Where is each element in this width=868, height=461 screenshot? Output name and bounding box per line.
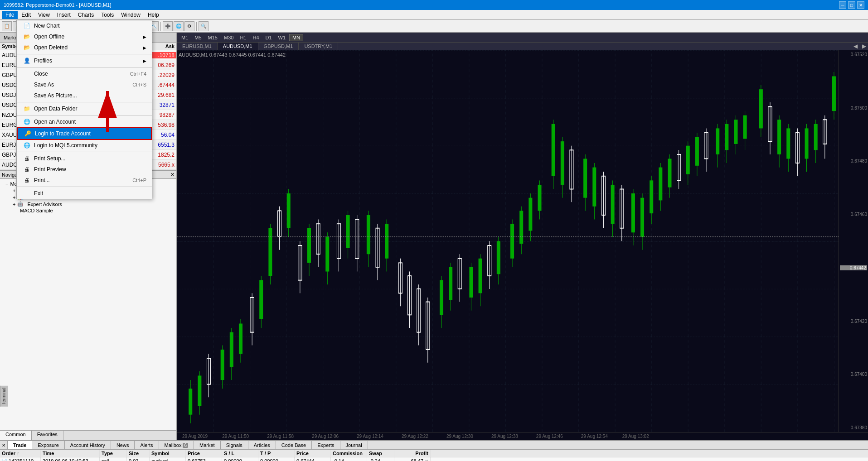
svg-rect-20 xyxy=(268,228,272,276)
menu-item-print-setup[interactable]: 🖨 Print Setup... xyxy=(17,153,152,164)
table-row[interactable]: 📄 142351110 2019.06.06 10:40:53 sell 0.0… xyxy=(0,457,868,461)
time-axis: 29 Aug 2019 29 Aug 11:50 29 Aug 11:58 29… xyxy=(177,432,868,440)
menu-item-save-as[interactable]: Save As Ctrl+S xyxy=(17,79,152,90)
menu-separator xyxy=(17,115,152,115)
bottom-tab-articles[interactable]: Articles xyxy=(248,441,276,449)
nav-item-expert-advisors[interactable]: + 🤖 Expert Advisors xyxy=(2,201,175,207)
maximize-button[interactable]: □ xyxy=(848,1,855,9)
chart-tab-audusd[interactable]: AUDUSD,M1 xyxy=(218,43,258,50)
svg-rect-124 xyxy=(786,128,790,158)
chart-tab-usdtry[interactable]: USDTRY,M1 xyxy=(299,43,338,50)
price-scale: 0.67520 0.67500 0.67480 0.67460 0.67442 … xyxy=(839,50,868,432)
bottom-section: ✕ Trade Exposure Account History News Al… xyxy=(0,440,868,461)
svg-rect-74 xyxy=(538,185,541,211)
chart-svg xyxy=(177,50,839,432)
tf-m1[interactable]: M1 xyxy=(179,34,191,41)
menu-item-label: Open Deleted xyxy=(34,44,68,51)
bottom-tab-exposure[interactable]: Exposure xyxy=(32,441,64,449)
menu-item-open-deleted[interactable]: 📂 Open Deleted ▶ xyxy=(17,42,152,53)
nav-expand-icon: + xyxy=(13,195,15,200)
tf-d1[interactable]: D1 xyxy=(263,34,275,41)
bottom-tab-account-history[interactable]: Account History xyxy=(65,441,111,449)
svg-rect-76 xyxy=(552,124,555,176)
navigator-panel: Navigator ✕ − MetaTrader + 🔑 Accounts + … xyxy=(0,170,176,430)
chart-tab-gbpusd[interactable]: GBPUSD,M1 xyxy=(258,43,299,50)
col-sl: S / L xyxy=(222,450,258,457)
col-type: Type xyxy=(100,450,127,457)
toolbar-btn11[interactable]: ⚙ xyxy=(184,21,194,31)
file-menu: 📄 New Chart 📂 Open Offline ▶ 📂 Open Dele… xyxy=(16,20,152,199)
svg-rect-78 xyxy=(561,141,564,185)
toolbar-search[interactable]: 🔍 xyxy=(199,21,209,31)
price-label-4: 0.67460 xyxy=(840,212,867,217)
tf-h1[interactable]: H1 xyxy=(237,34,249,41)
toolbar-new-order[interactable]: 📋 xyxy=(2,21,12,31)
menu-separator xyxy=(17,54,152,54)
toolbar-btn10[interactable]: 🌐 xyxy=(174,21,184,31)
menu-item-save-as-picture[interactable]: Save As Picture... xyxy=(17,90,152,101)
open-offline-icon: 📂 xyxy=(22,34,31,40)
terminal-close-icon[interactable]: ✕ xyxy=(0,441,8,449)
menu-view[interactable]: View xyxy=(34,11,53,19)
menu-edit[interactable]: Edit xyxy=(18,11,34,19)
menu-item-print-preview[interactable]: 🖨 Print Preview xyxy=(17,164,152,175)
menu-separator xyxy=(17,152,152,152)
svg-rect-36 xyxy=(346,215,350,248)
bottom-tab-experts[interactable]: Experts xyxy=(312,441,340,449)
toolbar-btn9[interactable]: ➕ xyxy=(163,21,173,31)
menu-item-login-trade[interactable]: 🔑 Login to Trade Account xyxy=(17,127,152,140)
tf-h4[interactable]: H4 xyxy=(250,34,262,41)
svg-rect-10 xyxy=(221,350,224,380)
menu-item-open-offline[interactable]: 📂 Open Offline ▶ xyxy=(17,31,152,42)
menu-file[interactable]: File xyxy=(2,11,18,19)
menu-item-login-mql5[interactable]: 🌐 Login to MQL5.community xyxy=(17,140,152,151)
menu-item-open-data-folder[interactable]: 📁 Open Data Folder xyxy=(17,103,152,114)
panel-bottom-tabs: Common Favorites xyxy=(0,430,176,440)
tf-mn[interactable]: MN xyxy=(289,34,303,41)
cell-symbol: audusd xyxy=(150,457,186,461)
menu-item-open-account[interactable]: 🌐 Open an Account xyxy=(17,116,152,127)
bottom-tab-codebase[interactable]: Code Base xyxy=(276,441,312,449)
menu-item-profiles[interactable]: 👤 Profiles ▶ xyxy=(17,55,152,66)
menu-charts[interactable]: Charts xyxy=(74,11,97,19)
menu-insert[interactable]: Insert xyxy=(53,11,74,19)
svg-rect-134 xyxy=(832,76,836,111)
close-button[interactable]: ✕ xyxy=(857,1,864,9)
panel-tab-favorites[interactable]: Favorites xyxy=(32,431,63,440)
bottom-tab-alerts[interactable]: Alerts xyxy=(135,441,159,449)
tf-m5[interactable]: M5 xyxy=(192,34,204,41)
bottom-tab-mailbox[interactable]: Mailbox 6 xyxy=(159,441,194,449)
chart-canvas: AUDUSD,M1 0.67443 0.67445 0.67441 0.6744… xyxy=(177,50,868,432)
menu-item-close[interactable]: Close Ctrl+F4 xyxy=(17,68,152,79)
cell-cprice: 0.67444 xyxy=(295,457,331,461)
price-label-1: 0.67520 xyxy=(840,52,867,57)
chart-tab-prev[interactable]: ◀ xyxy=(852,43,859,49)
nav-expand-icon: − xyxy=(5,181,8,187)
tf-m15[interactable]: M15 xyxy=(205,34,220,41)
menu-item-print[interactable]: 🖨 Print... Ctrl+P xyxy=(17,175,152,186)
bottom-tab-signals[interactable]: Signals xyxy=(221,441,248,449)
bottom-tab-market[interactable]: Market xyxy=(194,441,221,449)
minimize-button[interactable]: ─ xyxy=(839,1,846,9)
navigator-close-icon[interactable]: ✕ xyxy=(170,172,175,178)
cell-commission: -0.14 xyxy=(331,457,367,461)
menu-item-exit[interactable]: Exit xyxy=(17,188,152,199)
chart-tab-eurusd[interactable]: EURUSD,M1 xyxy=(177,43,218,50)
panel-tab-common[interactable]: Common xyxy=(0,431,32,440)
nav-item-macd-sample[interactable]: MACD Sample xyxy=(2,207,175,214)
tf-w1[interactable]: W1 xyxy=(276,34,289,41)
svg-rect-110 xyxy=(716,128,719,154)
menu-window[interactable]: Window xyxy=(117,11,144,19)
bottom-tab-news[interactable]: News xyxy=(111,441,135,449)
svg-rect-104 xyxy=(686,146,690,174)
window-controls: ─ □ ✕ xyxy=(839,1,864,9)
menu-tools[interactable]: Tools xyxy=(97,11,117,19)
bottom-tab-trade[interactable]: Trade xyxy=(8,441,32,449)
price-label-3: 0.67480 xyxy=(840,158,867,163)
bottom-tab-journal[interactable]: Journal xyxy=(340,441,368,449)
tf-m30[interactable]: M30 xyxy=(221,34,236,41)
chart-tab-next[interactable]: ▶ xyxy=(860,43,868,49)
menu-item-new-chart[interactable]: 📄 New Chart xyxy=(17,20,152,31)
price-label-2: 0.67500 xyxy=(840,106,867,110)
menu-help[interactable]: Help xyxy=(144,11,163,19)
